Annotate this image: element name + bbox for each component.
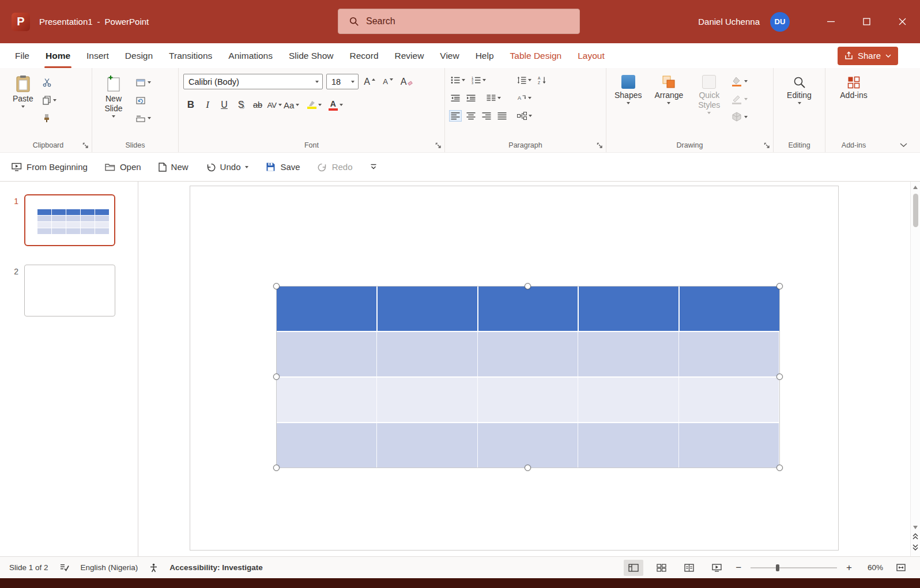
selection-handle-bottom-middle[interactable]	[525, 465, 531, 471]
section-button[interactable]	[136, 112, 151, 125]
selection-handle-middle-left[interactable]	[273, 374, 280, 380]
table-cell[interactable]	[377, 332, 477, 376]
tab-design[interactable]: Design	[117, 43, 161, 68]
customize-toolbar-button[interactable]	[370, 164, 377, 170]
shapes-button[interactable]: Shapes	[611, 74, 645, 105]
table-cell[interactable]	[277, 287, 378, 331]
tab-animations[interactable]: Animations	[220, 43, 281, 68]
reset-slide-button[interactable]	[136, 94, 151, 107]
paste-button[interactable]: Paste	[9, 74, 37, 109]
table-cell[interactable]	[478, 423, 578, 468]
tab-table-design[interactable]: Table Design	[502, 43, 570, 68]
selection-handle-top-right[interactable]	[776, 283, 783, 289]
normal-view-button[interactable]	[624, 560, 643, 576]
line-spacing-button[interactable]	[516, 75, 533, 85]
previous-slide-button[interactable]	[913, 533, 918, 540]
slide-sorter-view-button[interactable]	[651, 560, 671, 576]
table-cell[interactable]	[679, 423, 779, 468]
text-highlight-button[interactable]	[307, 97, 322, 112]
table-cell[interactable]	[277, 332, 377, 376]
selection-handle-bottom-left[interactable]	[273, 465, 280, 471]
decrease-font-size-button[interactable]: A	[380, 74, 395, 89]
spellcheck-button[interactable]	[60, 563, 69, 572]
next-slide-button[interactable]	[913, 544, 918, 551]
language-indicator[interactable]: English (Nigeria)	[81, 563, 138, 572]
italic-button[interactable]: I	[200, 97, 215, 112]
minimize-button[interactable]	[813, 0, 849, 43]
search-box[interactable]: Search	[338, 9, 580, 34]
slide-1-thumbnail[interactable]	[24, 194, 115, 246]
new-slide-button[interactable]: New Slide	[97, 74, 130, 119]
shape-effects-button[interactable]	[732, 111, 748, 123]
shape-outline-button[interactable]	[732, 93, 748, 105]
clipboard-dialog-launcher[interactable]	[82, 142, 89, 149]
tab-review[interactable]: Review	[387, 43, 432, 68]
arrange-button[interactable]: Arrange	[651, 74, 687, 105]
scroll-down-button[interactable]	[913, 526, 918, 529]
zoom-in-button[interactable]: +	[845, 562, 853, 574]
zoom-slider-thumb[interactable]	[776, 564, 779, 571]
zoom-out-button[interactable]: −	[734, 562, 742, 574]
change-case-button[interactable]: Aa	[284, 97, 299, 112]
table-cell[interactable]	[579, 287, 680, 331]
close-button[interactable]	[884, 0, 920, 43]
tab-view[interactable]: View	[432, 43, 467, 68]
table-cell[interactable]	[277, 423, 377, 468]
table-cell[interactable]	[377, 378, 477, 422]
new-button[interactable]: New	[159, 162, 188, 172]
fit-slide-to-window-button[interactable]	[891, 560, 911, 576]
align-left-button[interactable]	[450, 111, 461, 121]
text-direction-button[interactable]: A	[516, 93, 533, 103]
font-dialog-launcher[interactable]	[435, 142, 442, 149]
reading-view-button[interactable]	[679, 560, 699, 576]
table-cell[interactable]	[679, 378, 779, 422]
font-size-combo[interactable]: 18	[326, 74, 359, 89]
scroll-up-button[interactable]	[913, 186, 918, 189]
save-button[interactable]: Save	[266, 162, 300, 172]
decrease-indent-button[interactable]	[450, 93, 461, 103]
table-cell[interactable]	[578, 423, 678, 468]
text-shadow-button[interactable]: S	[233, 97, 248, 112]
align-right-button[interactable]	[481, 111, 492, 121]
zoom-slider[interactable]	[751, 567, 837, 568]
table-cell[interactable]	[578, 332, 678, 376]
tab-file[interactable]: File	[7, 43, 37, 68]
share-button[interactable]: Share	[838, 47, 898, 65]
table-cell[interactable]	[478, 378, 578, 422]
increase-indent-button[interactable]	[465, 93, 477, 103]
tab-transitions[interactable]: Transitions	[161, 43, 220, 68]
strikethrough-button[interactable]: ab	[250, 97, 265, 112]
slide-indicator[interactable]: Slide 1 of 2	[9, 563, 48, 572]
redo-button[interactable]: Redo	[318, 162, 353, 172]
sort-text-button[interactable]: AZ	[537, 75, 548, 85]
from-beginning-button[interactable]: From Beginning	[12, 162, 88, 172]
underline-button[interactable]: U	[217, 97, 232, 112]
undo-button[interactable]: Undo	[206, 162, 249, 172]
table-cell[interactable]	[377, 423, 477, 468]
convert-to-smartart-button[interactable]	[516, 111, 533, 121]
table-cell[interactable]	[378, 287, 478, 331]
tab-record[interactable]: Record	[342, 43, 387, 68]
zoom-level[interactable]: 60%	[861, 563, 883, 572]
tab-home[interactable]: Home	[37, 43, 78, 68]
powerpoint-logo-icon[interactable]: P	[12, 13, 30, 31]
scrollbar-thumb[interactable]	[913, 194, 918, 227]
format-painter-button[interactable]	[43, 112, 56, 125]
table-cell[interactable]	[578, 378, 678, 422]
clear-formatting-button[interactable]: A	[399, 74, 414, 89]
table-cell[interactable]	[277, 378, 377, 422]
align-center-button[interactable]	[465, 111, 477, 121]
bullets-button[interactable]	[450, 75, 466, 85]
paragraph-dialog-launcher[interactable]	[597, 142, 603, 149]
copy-button[interactable]	[43, 94, 56, 107]
drawing-dialog-launcher[interactable]	[764, 142, 770, 149]
tab-slide-show[interactable]: Slide Show	[281, 43, 342, 68]
table-cell[interactable]	[679, 332, 779, 376]
addins-button[interactable]: Add-ins	[830, 75, 877, 101]
user-name[interactable]: Daniel Uchenna	[698, 17, 760, 27]
selection-handle-bottom-right[interactable]	[776, 465, 783, 471]
columns-button[interactable]	[485, 93, 502, 103]
tab-insert[interactable]: Insert	[78, 43, 117, 68]
quick-styles-button[interactable]: Quick Styles	[692, 74, 726, 115]
slide-canvas[interactable]	[138, 182, 910, 556]
